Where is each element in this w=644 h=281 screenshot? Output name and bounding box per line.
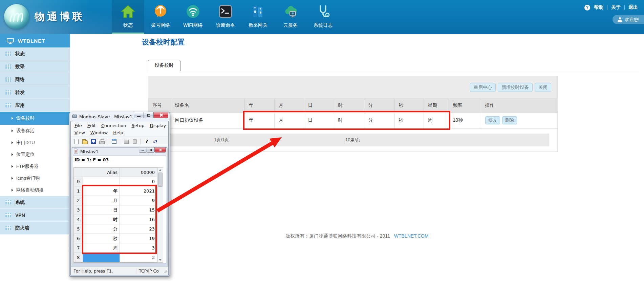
panel-toolbar: 重启中心新增校时设备关闭 <box>148 76 557 99</box>
grid-value-cell[interactable]: 23 <box>120 224 157 234</box>
help-icon <box>584 5 590 11</box>
grid-row-7: 7周3 <box>74 243 157 253</box>
grid-value-cell[interactable]: 3 <box>120 253 157 262</box>
scrollbar-thumb[interactable] <box>158 173 163 187</box>
nav-item-WIFI网络[interactable]: WIFI网络 <box>177 0 209 34</box>
grid-value-cell[interactable]: 16 <box>120 215 157 224</box>
about-link[interactable]: 关于 <box>611 4 621 11</box>
close-button[interactable] <box>153 112 168 118</box>
sidebar-item-串口DTU[interactable]: 串口DTU <box>0 137 70 148</box>
panel-button-重启中心[interactable]: 重启中心 <box>470 83 496 92</box>
child-window-controls <box>139 147 166 153</box>
grid-alias-cell[interactable]: 秒 <box>83 234 120 243</box>
sidebar-item-网络自动切换[interactable]: 网络自动切换 <box>0 184 70 196</box>
grid-value-cell[interactable]: 15 <box>120 205 157 215</box>
grid-row-number: 1 <box>74 186 83 196</box>
toolbar-button-help-icon[interactable] <box>144 138 150 145</box>
menu-item-help[interactable]: Help <box>110 130 126 135</box>
table-cell: 网口协议设备 <box>171 112 244 128</box>
page-title: 设备校时配置 <box>142 37 185 47</box>
menu-item-file[interactable]: File <box>72 123 85 128</box>
grid-alias-cell[interactable] <box>83 253 120 262</box>
child-title-bar[interactable]: Mbslav1 <box>73 147 166 156</box>
grid-alias-cell[interactable]: 日 <box>83 205 120 215</box>
action-button-删除[interactable]: 删除 <box>502 116 517 124</box>
grid-value-cell[interactable]: 3 <box>120 243 157 253</box>
sidebar-item-网络[interactable]: 网络 <box>0 73 70 86</box>
vertical-scrollbar[interactable] <box>157 167 163 263</box>
sidebar-item-label: 应用 <box>15 102 25 108</box>
sidebar-item-数采[interactable]: 数采 <box>0 60 70 73</box>
logout-link[interactable]: 退出 <box>628 4 638 11</box>
child-maximize-button[interactable] <box>147 147 155 153</box>
resize-grip[interactable] <box>163 269 167 273</box>
sidebar-item-设备校时[interactable]: 设备校时 <box>0 112 70 125</box>
toolbar-button-new-file-icon[interactable] <box>73 138 80 145</box>
sidebar-item-label: Icmp看门狗 <box>16 175 40 181</box>
grid-value-cell[interactable]: 19 <box>120 234 157 243</box>
grid-alias-cell[interactable]: 周 <box>83 243 120 253</box>
menu-item-view[interactable]: View <box>72 130 88 135</box>
sidebar-item-label: 设备校时 <box>16 115 35 121</box>
grid-value-cell[interactable]: 0 <box>120 177 157 186</box>
sidebar-item-设备存活[interactable]: 设备存活 <box>0 125 70 137</box>
grid-alias-cell[interactable]: 月 <box>83 196 120 205</box>
toolbar-button-context-help-icon[interactable] <box>152 138 158 145</box>
toolbar-button-communication-traffic-icon[interactable] <box>131 138 138 145</box>
menu-item-setup[interactable]: Setup <box>129 123 147 128</box>
user-icon <box>618 17 622 22</box>
grid-alias-cell[interactable]: 时 <box>83 215 120 224</box>
window-title-bar[interactable]: Modbus Slave - Mbslav1 <box>70 112 169 121</box>
modbus-slave-window[interactable]: Modbus Slave - Mbslav1 FileEditConnectio… <box>69 112 170 277</box>
menu-item-display[interactable]: Display <box>147 123 169 128</box>
toolbar-button-display-settings-icon[interactable] <box>111 138 117 145</box>
child-close-button[interactable] <box>154 147 166 153</box>
sidebar-item-状态[interactable]: 状态 <box>0 47 70 60</box>
toolbar-button-poll-definition-icon[interactable] <box>123 138 129 145</box>
register-grid: Alias00000001年20212月93日154时165分236秒197周3… <box>73 167 157 263</box>
footer-link[interactable]: WTBLNET.COM <box>394 233 429 239</box>
grid-value-cell[interactable]: 9 <box>120 196 157 205</box>
menu-item-connection[interactable]: Connection <box>99 123 129 128</box>
toolbar-button-print-icon[interactable] <box>99 138 105 145</box>
toolbar-button-open-folder-icon[interactable] <box>82 138 88 145</box>
sidebar-item-防火墙[interactable]: 防火墙 <box>0 222 70 235</box>
menu-item-edit[interactable]: Edit <box>85 123 99 128</box>
arrow-right-icon <box>12 189 13 192</box>
top-navigation: 状态拨号网络WIFI网络诊断命令数采网关云服务系统日志 <box>112 0 339 34</box>
help-link[interactable]: 帮助 <box>594 4 603 11</box>
menu-item-window[interactable]: Window <box>88 130 110 135</box>
grid-alias-cell[interactable]: 年 <box>83 186 120 196</box>
sidebar-item-系统[interactable]: 系统 <box>0 196 70 209</box>
minimize-button[interactable] <box>134 112 144 118</box>
nav-item-拨号网络[interactable]: 拨号网络 <box>144 0 177 34</box>
welcome-badge[interactable]: 欢迎您! <box>613 15 644 24</box>
nav-item-云服务[interactable]: 云服务 <box>274 0 307 34</box>
toolbar-button-save-icon[interactable] <box>90 138 96 145</box>
modbus-app-icon <box>72 114 77 120</box>
grid-alias-cell[interactable]: 分 <box>83 224 120 234</box>
open-folder-icon <box>82 140 88 144</box>
sidebar-item-FTP服务器[interactable]: FTP服务器 <box>0 160 70 172</box>
sidebar-item-VPN[interactable]: VPN <box>0 209 70 222</box>
sidebar-item-转发[interactable]: 转发 <box>0 86 70 99</box>
column-header-设备名: 设备名 <box>171 99 244 112</box>
grid-alias-cell[interactable] <box>83 177 120 186</box>
child-minimize-button[interactable] <box>139 147 147 153</box>
sidebar-item-应用[interactable]: 应用 <box>0 99 70 112</box>
tab-device-timing[interactable]: 设备校时 <box>148 60 180 71</box>
nav-item-状态[interactable]: 状态 <box>112 0 144 34</box>
sidebar-item-Icmp看门狗[interactable]: Icmp看门狗 <box>0 172 70 184</box>
status-bar: For Help, press F1. TCP/IP Co <box>71 267 168 275</box>
nav-item-诊断命令[interactable]: 诊断命令 <box>209 0 242 34</box>
nav-item-数采网关[interactable]: 数采网关 <box>242 0 274 34</box>
maximize-button[interactable] <box>144 112 154 118</box>
gateway-icon <box>250 4 266 19</box>
panel-button-关闭[interactable]: 关闭 <box>535 83 551 92</box>
nav-item-系统日志[interactable]: 系统日志 <box>307 0 339 34</box>
grid-value-cell[interactable]: 2021 <box>120 186 157 196</box>
mbslav1-child-window[interactable]: Mbslav1 ID = 1: F = 03 Alias00000001年202… <box>72 147 167 267</box>
panel-button-新增校时设备[interactable]: 新增校时设备 <box>498 83 533 92</box>
action-button-修改[interactable]: 修改 <box>485 116 500 124</box>
sidebar-item-位置定位[interactable]: 位置定位 <box>0 148 70 160</box>
